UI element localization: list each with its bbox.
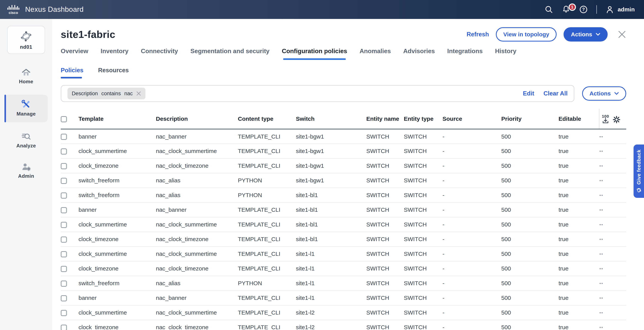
row-menu-icon[interactable]: ⋯ <box>599 265 603 272</box>
cluster-selector[interactable]: nd01 <box>7 26 45 54</box>
table-row[interactable]: clock_summertime nac_clock_summertime TE… <box>61 144 626 158</box>
row-menu-icon[interactable]: ⋯ <box>599 162 603 169</box>
row-menu-icon[interactable]: ⋯ <box>599 221 603 228</box>
header-divider <box>596 5 597 14</box>
help-icon[interactable]: ? <box>579 5 588 14</box>
sidebar-item-manage[interactable]: Manage <box>4 95 48 122</box>
row-checkbox[interactable] <box>61 163 67 169</box>
cell-priority: 500 <box>501 129 558 144</box>
sidebar-item-admin[interactable]: Admin <box>4 159 48 183</box>
view-in-topology-button[interactable]: View in topology <box>496 27 556 41</box>
cell-content-type: TEMPLATE_CLI <box>238 247 296 261</box>
tab-overview[interactable]: Overview <box>61 47 88 60</box>
cell-editable: true <box>558 173 599 188</box>
filter-edit-link[interactable]: Edit <box>523 90 534 97</box>
table-actions-button[interactable]: Actions <box>582 86 626 101</box>
row-checkbox[interactable] <box>61 178 67 184</box>
table-row[interactable]: banner nac_banner TEMPLATE_CLI site1-bgw… <box>61 129 626 144</box>
table-row[interactable]: switch_freeform nac_alias PYTHON site1-l… <box>61 276 626 291</box>
filter-clear-all-link[interactable]: Clear All <box>544 90 568 97</box>
row-checkbox[interactable] <box>61 237 67 243</box>
tab-inventory[interactable]: Inventory <box>100 47 128 60</box>
close-button[interactable] <box>618 30 626 39</box>
row-checkbox[interactable] <box>61 266 67 272</box>
cell-entity-name: SWITCH <box>366 129 404 144</box>
row-menu-icon[interactable]: ⋯ <box>599 207 603 213</box>
row-menu-icon[interactable]: ⋯ <box>599 309 603 316</box>
tab-configuration-policies[interactable]: Configuration policies <box>282 47 347 60</box>
row-menu-icon[interactable]: ⋯ <box>599 295 603 302</box>
row-checkbox[interactable] <box>61 251 67 257</box>
cell-entity-type: SWITCH <box>404 261 442 276</box>
row-checkbox[interactable] <box>61 207 67 213</box>
table-row[interactable]: clock_timezone nac_clock_timezone TEMPLA… <box>61 320 626 330</box>
download-button[interactable]: 100 <box>602 114 609 124</box>
row-checkbox[interactable] <box>61 148 67 155</box>
table-row[interactable]: banner nac_banner TEMPLATE_CLI site1-bl1… <box>61 203 626 217</box>
column-header-editable[interactable]: Editable <box>558 109 599 129</box>
row-checkbox[interactable] <box>61 310 67 316</box>
notifications-button[interactable]: 1 <box>562 5 570 14</box>
row-menu-icon[interactable]: ⋯ <box>599 280 603 287</box>
tab-anomalies[interactable]: Anomalies <box>360 47 391 60</box>
search-icon[interactable] <box>544 5 553 14</box>
table-row[interactable]: switch_freeform nac_alias PYTHON site1-b… <box>61 173 626 188</box>
tab-segmentation-and-security[interactable]: Segmentation and security <box>190 47 270 60</box>
tab-history[interactable]: History <box>495 47 516 60</box>
row-checkbox[interactable] <box>61 222 67 228</box>
column-header-switch[interactable]: Switch <box>296 109 366 129</box>
row-checkbox[interactable] <box>61 281 67 287</box>
sidebar-item-analyze[interactable]: Analyze <box>4 128 48 153</box>
row-menu-icon[interactable]: ⋯ <box>599 251 603 257</box>
row-checkbox[interactable] <box>61 325 67 330</box>
settings-gear-icon[interactable] <box>612 116 620 124</box>
subtab-resources[interactable]: Resources <box>98 67 129 78</box>
column-header-description[interactable]: Description <box>156 109 238 129</box>
table-row[interactable]: clock_summertime nac_clock_summertime TE… <box>61 217 626 232</box>
row-checkbox[interactable] <box>61 295 67 302</box>
table-row[interactable]: clock_summertime nac_clock_summertime TE… <box>61 247 626 261</box>
select-all-checkbox[interactable] <box>61 116 67 122</box>
cell-entity-name: SWITCH <box>366 173 404 188</box>
table-row[interactable]: clock_timezone nac_clock_timezone TEMPLA… <box>61 261 626 276</box>
filter-bar[interactable]: Description contains nac Edit Clear All <box>61 85 574 102</box>
tab-connectivity[interactable]: Connectivity <box>141 47 178 60</box>
filter-chip[interactable]: Description contains nac <box>68 88 146 99</box>
row-menu-icon[interactable]: ⋯ <box>599 324 603 330</box>
row-menu-icon[interactable]: ⋯ <box>599 148 603 155</box>
filter-chip-remove-button[interactable] <box>136 91 141 96</box>
give-feedback-button[interactable]: Give feedback <box>634 145 644 198</box>
page-actions-button[interactable]: Actions <box>564 27 608 41</box>
column-header-priority[interactable]: Priority <box>501 109 558 129</box>
column-header-entity-type[interactable]: Entity type <box>404 109 442 129</box>
row-checkbox[interactable] <box>61 134 67 140</box>
row-menu-icon[interactable]: ⋯ <box>599 236 603 243</box>
column-header-entity-name[interactable]: Entity name <box>366 109 404 129</box>
column-header-source[interactable]: Source <box>442 109 501 129</box>
refresh-link[interactable]: Refresh <box>467 31 489 38</box>
table-row[interactable]: clock_summertime nac_clock_summertime TE… <box>61 305 626 320</box>
table-row[interactable]: banner nac_banner TEMPLATE_CLI site1-l1 … <box>61 291 626 305</box>
cell-switch: site1-l1 <box>296 261 366 276</box>
row-menu-icon[interactable]: ⋯ <box>599 192 603 199</box>
subtab-policies[interactable]: Policies <box>61 67 83 78</box>
cell-content-type: TEMPLATE_CLI <box>238 232 296 247</box>
cell-source: - <box>442 232 501 247</box>
user-menu[interactable]: admin <box>605 5 635 14</box>
tab-integrations[interactable]: Integrations <box>447 47 483 60</box>
row-menu-icon[interactable]: ⋯ <box>599 133 603 140</box>
cell-priority: 500 <box>501 305 558 320</box>
table-row[interactable]: clock_timezone nac_clock_timezone TEMPLA… <box>61 158 626 173</box>
cell-priority: 500 <box>501 320 558 330</box>
column-header-content-type[interactable]: Content type <box>238 109 296 129</box>
cell-entity-name: SWITCH <box>366 261 404 276</box>
row-checkbox[interactable] <box>61 192 67 199</box>
tab-advisories[interactable]: Advisories <box>403 47 435 60</box>
cell-switch: site1-l1 <box>296 291 366 305</box>
column-header-template[interactable]: Template <box>78 109 156 129</box>
cell-description: nac_clock_timezone <box>156 158 238 173</box>
table-row[interactable]: switch_freeform nac_alias PYTHON site1-b… <box>61 188 626 203</box>
sidebar-item-home[interactable]: Home <box>4 65 48 88</box>
table-row[interactable]: clock_timezone nac_clock_timezone TEMPLA… <box>61 232 626 247</box>
row-menu-icon[interactable]: ⋯ <box>599 177 603 184</box>
